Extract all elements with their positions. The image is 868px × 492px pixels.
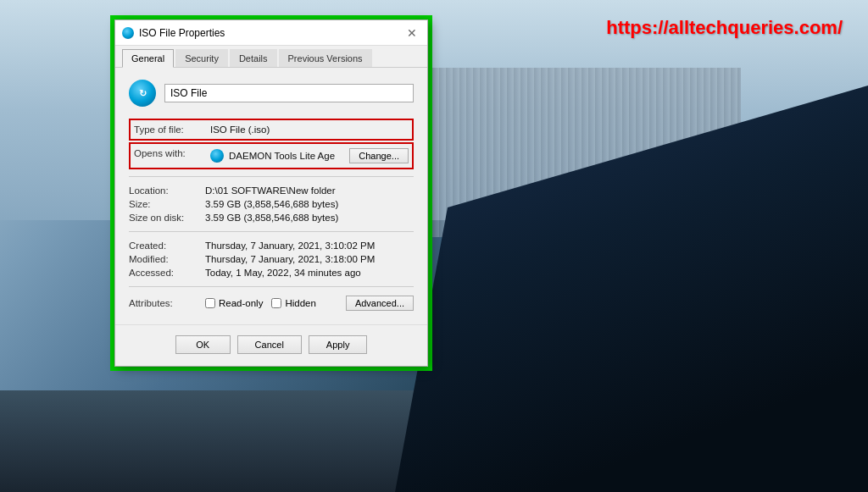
tab-previous-versions[interactable]: Previous Versions xyxy=(279,49,372,67)
title-bar-icon xyxy=(122,27,134,39)
size-on-disk-row: Size on disk: 3.59 GB (3,858,546,688 byt… xyxy=(129,211,414,224)
type-of-file-highlight: Type of file: ISO File (.iso) xyxy=(129,119,414,141)
ok-button[interactable]: OK xyxy=(175,335,231,354)
watermark: https://alltechqueries.com/ xyxy=(606,17,843,39)
opens-with-highlight: Opens with: DAEMON Tools Lite Age Change… xyxy=(129,142,414,169)
size-value: 3.59 GB (3,858,546,688 bytes) xyxy=(205,199,338,209)
opens-with-app: DAEMON Tools Lite Age xyxy=(229,151,335,161)
file-name-input[interactable] xyxy=(164,84,414,102)
readonly-checkbox-label[interactable]: Read-only xyxy=(205,298,263,308)
advanced-button[interactable]: Advanced... xyxy=(346,296,414,311)
created-row: Created: Thursday, 7 January, 2021, 3:10… xyxy=(129,239,414,252)
divider-1 xyxy=(129,176,414,177)
divider-3 xyxy=(129,286,414,287)
dialog-wrapper: ISO File Properties ✕ General Security D… xyxy=(110,15,432,371)
close-button[interactable]: ✕ xyxy=(403,26,420,40)
dialog-title: ISO File Properties xyxy=(139,27,225,39)
hidden-checkbox-label[interactable]: Hidden xyxy=(271,298,315,308)
daemon-tools-icon xyxy=(210,149,224,163)
opens-with-row: Opens with: DAEMON Tools Lite Age Change… xyxy=(134,146,409,165)
location-label: Location: xyxy=(129,185,205,196)
size-on-disk-value: 3.59 GB (3,858,546,688 bytes) xyxy=(205,213,338,223)
attributes-row: Attributes: Read-only Hidden Advanced... xyxy=(129,294,414,312)
title-bar-left: ISO File Properties xyxy=(122,27,225,39)
location-row: Location: D:\01 SOFTWARE\New folder xyxy=(129,184,414,197)
created-value: Thursday, 7 January, 2021, 3:10:02 PM xyxy=(205,240,375,251)
file-name-row: ↻ xyxy=(129,80,414,107)
accessed-row: Accessed: Today, 1 May, 2022, 34 minutes… xyxy=(129,266,414,279)
accessed-label: Accessed: xyxy=(129,268,205,278)
tab-general[interactable]: General xyxy=(122,49,174,68)
modified-value: Thursday, 7 January, 2021, 3:18:00 PM xyxy=(205,254,375,264)
readonly-label: Read-only xyxy=(219,298,263,308)
iso-file-properties-dialog: ISO File Properties ✕ General Security D… xyxy=(114,19,428,367)
green-border: ISO File Properties ✕ General Security D… xyxy=(110,15,432,371)
attributes-label: Attributes: xyxy=(129,298,205,308)
size-label: Size: xyxy=(129,199,205,209)
hidden-checkbox[interactable] xyxy=(271,298,281,308)
file-type-icon: ↻ xyxy=(129,80,156,107)
opens-with-label: Opens with: xyxy=(134,148,210,158)
type-of-file-value: ISO File (.iso) xyxy=(210,124,270,135)
created-label: Created: xyxy=(129,240,205,251)
attributes-controls: Read-only Hidden Advanced... xyxy=(205,296,414,311)
divider-2 xyxy=(129,231,414,232)
size-on-disk-label: Size on disk: xyxy=(129,213,205,223)
location-value: D:\01 SOFTWARE\New folder xyxy=(205,185,336,196)
apply-button[interactable]: Apply xyxy=(309,335,368,354)
change-button[interactable]: Change... xyxy=(349,148,409,163)
hidden-label: Hidden xyxy=(285,298,315,308)
tab-details[interactable]: Details xyxy=(230,49,277,67)
dialog-content: ↻ Type of file: ISO File (.iso) Opens wi… xyxy=(115,68,427,324)
size-row: Size: 3.59 GB (3,858,546,688 bytes) xyxy=(129,197,414,211)
accessed-value: Today, 1 May, 2022, 34 minutes ago xyxy=(205,268,361,278)
modified-label: Modified: xyxy=(129,254,205,264)
type-of-file-row: Type of file: ISO File (.iso) xyxy=(134,123,409,136)
opens-with-value-row: DAEMON Tools Lite Age Change... xyxy=(210,148,409,163)
type-of-file-label: Type of file: xyxy=(134,124,210,135)
title-bar: ISO File Properties ✕ xyxy=(115,20,427,46)
modified-row: Modified: Thursday, 7 January, 2021, 3:1… xyxy=(129,252,414,266)
tab-security[interactable]: Security xyxy=(175,49,228,67)
tabs-bar: General Security Details Previous Versio… xyxy=(115,46,427,68)
cancel-button[interactable]: Cancel xyxy=(237,335,302,354)
bottom-buttons: OK Cancel Apply xyxy=(115,324,427,366)
readonly-checkbox[interactable] xyxy=(205,298,215,308)
